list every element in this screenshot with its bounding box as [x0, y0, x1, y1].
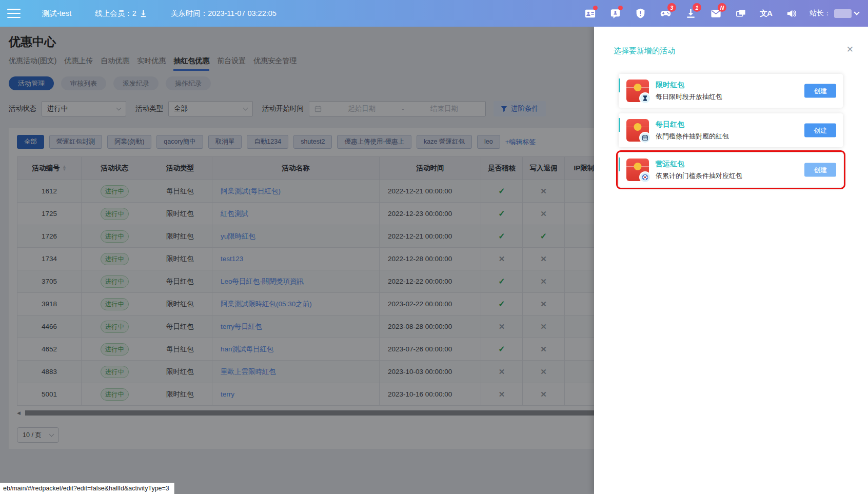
translate-icon[interactable]: 文A — [759, 7, 773, 20]
calendar-icon — [639, 132, 651, 144]
online-members-label: 线上会员：2 — [95, 9, 136, 18]
topbar: 测試-test 线上会员：2 美东时间：2023-11-07 03:22:05 … — [0, 0, 868, 27]
red-packet-icon — [626, 159, 649, 181]
create-button[interactable]: 创建 — [804, 84, 836, 98]
activity-card-营运红包[interactable]: 营运红包依累计的门槛条件抽对应红包创建 — [619, 153, 843, 187]
accent-bar — [619, 78, 620, 92]
games-gamepad-icon-badge: 3 — [667, 3, 676, 12]
hall-name: 测試-test — [42, 9, 71, 18]
coin-icon — [634, 163, 642, 170]
download-arrow-icon[interactable] — [140, 10, 147, 17]
mail-icon[interactable]: N — [709, 7, 722, 20]
create-activity-panel: 选择要新增的活动 ✕ 限时红包每日限时段开放抽红包创建每日红包依門檻條件抽對應的… — [594, 27, 868, 494]
feedback-message-icon[interactable] — [608, 7, 622, 20]
activity-type-cards: 限时红包每日限时段开放抽红包创建每日红包依門檻條件抽對應的紅包创建营运红包依累计… — [614, 74, 853, 187]
translate-glyph: 文A — [760, 9, 772, 18]
app-screen: 测試-test 线上会员：2 美东时间：2023-11-07 03:22:05 … — [0, 0, 868, 494]
feedback-message-icon-badge — [618, 6, 623, 10]
card-title: 限时红包 — [656, 81, 722, 90]
close-icon[interactable]: ✕ — [846, 44, 854, 55]
webmaster-name-blurred — [834, 9, 852, 18]
contacts-card-icon[interactable] — [583, 7, 597, 20]
games-gamepad-icon[interactable]: 3 — [659, 7, 672, 20]
panel-title: 选择要新增的活动 — [614, 46, 853, 56]
accent-bar — [619, 157, 620, 171]
card-description: 依門檻條件抽對應的紅包 — [656, 132, 729, 141]
create-button[interactable]: 创建 — [804, 163, 836, 177]
download-icon-badge: 1 — [693, 3, 701, 12]
hamburger-menu-icon[interactable] — [7, 9, 21, 18]
webmaster-menu[interactable]: 站长： — [810, 9, 859, 18]
activity-card-每日红包[interactable]: 每日红包依門檻條件抽對應的紅包创建 — [619, 113, 843, 147]
red-packet-icon — [626, 80, 649, 102]
card-text: 限时红包每日限时段开放抽红包 — [656, 81, 722, 102]
est-time: 美东时间：2023-11-07 03:22:05 — [171, 9, 277, 18]
card-text: 营运红包依累计的门槛条件抽对应红包 — [656, 160, 742, 181]
card-text: 每日红包依門檻條件抽對應的紅包 — [656, 120, 729, 141]
online-members[interactable]: 线上会员：2 — [95, 9, 147, 18]
announcement-icon[interactable] — [784, 7, 798, 20]
activity-card-限时红包[interactable]: 限时红包每日限时段开放抽红包创建 — [619, 74, 843, 108]
card-description: 每日限时段开放抽红包 — [656, 92, 722, 102]
mail-icon-badge: N — [718, 3, 726, 12]
hourglass-icon — [639, 92, 651, 104]
download-icon[interactable]: 1 — [684, 7, 697, 20]
coin-icon — [634, 123, 642, 131]
webmaster-label: 站长： — [810, 9, 831, 18]
chat-icon[interactable] — [734, 7, 747, 20]
accent-bar — [619, 118, 620, 132]
card-description: 依累计的门槛条件抽对应红包 — [656, 171, 742, 181]
topbar-icons: 31N文A站长： — [583, 7, 859, 20]
create-button[interactable]: 创建 — [804, 124, 836, 137]
contacts-card-icon-badge — [593, 6, 598, 10]
wheel-icon — [639, 171, 651, 183]
chevron-down-icon — [854, 9, 859, 15]
card-title: 营运红包 — [656, 160, 742, 169]
coin-icon — [634, 84, 642, 91]
red-packet-icon — [626, 119, 649, 142]
card-title: 每日红包 — [656, 120, 729, 129]
security-shield-icon[interactable] — [634, 7, 647, 20]
browser-status-url: eb/main/#/redpacket/edit?edit=false&hall… — [0, 483, 174, 494]
